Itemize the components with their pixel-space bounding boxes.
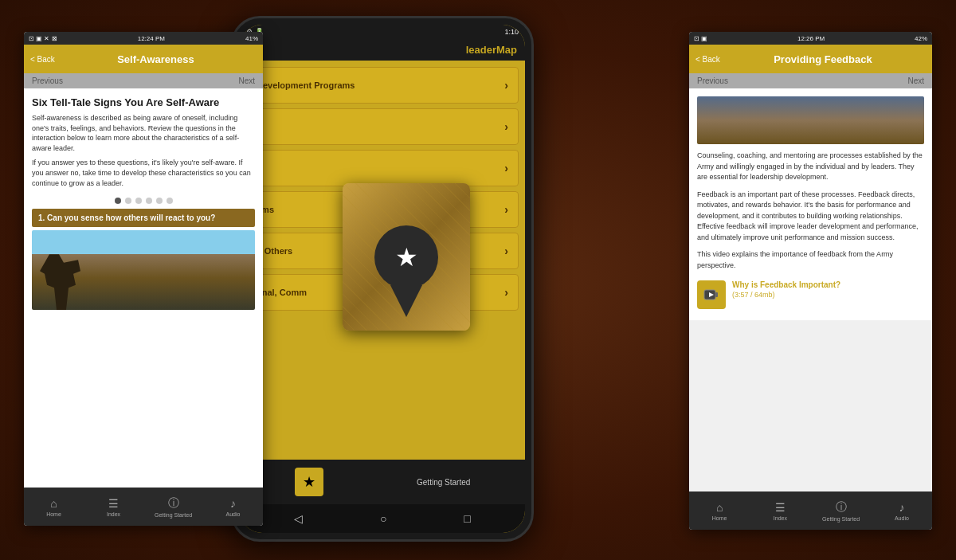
right-battery: 42% [915,35,927,42]
left-previous-label[interactable]: Previous [32,76,63,85]
right-nav-index[interactable]: ☰ Index [750,491,810,530]
left-status-bar: ⊡ ▣ ✕ ⊠ 12:24 PM 41% [24,32,263,45]
right-phone: ⊡ ▣ 12:26 PM 42% < Back Providing Feedba… [689,32,932,530]
menu-item-comm-label: onal, Comm [257,288,307,297]
svg-rect-2 [715,292,718,297]
dot-1 [115,198,121,204]
getting-started-label: Getting Started [417,478,470,487]
pin-star-icon: ★ [395,242,418,272]
left-content-area: Six Tell-Tale Signs You Are Self-Aware S… [24,88,263,488]
left-back-button[interactable]: < Back [30,55,55,64]
left-nav-audio-label: Audio [226,511,241,517]
android-recent-btn[interactable]: □ [464,512,470,525]
center-status-bar: ⚙ 🔋 1:10 [240,25,525,39]
left-nav-getting-started-label: Getting Started [155,512,192,518]
left-nav-home[interactable]: ⌂ Home [24,488,84,526]
right-paragraph3: This video explains the importance of fe… [697,249,924,271]
soldier-image [32,230,255,310]
menu-item-1[interactable]: Development Programs › [246,67,519,104]
pin-icon: ★ [374,225,438,289]
dot-4 [146,198,152,204]
right-status-bar: ⊡ ▣ 12:26 PM 42% [689,32,932,45]
dot-2 [125,198,131,204]
menu-item-3[interactable]: › [246,150,519,186]
left-battery: 41% [245,35,258,42]
android-home-btn[interactable]: ○ [380,512,386,525]
menu-item-3-arrow: › [504,162,508,174]
army-star-logo: ★ [295,468,323,496]
map-icon-overlay: ★ [343,183,470,331]
right-paragraph1: Counseling, coaching, and mentoring are … [697,151,924,183]
right-hero-image [697,96,924,144]
home-icon: ⌂ [50,497,57,510]
right-nav-index-label: Index [774,515,787,521]
menu-item-2[interactable]: › [246,108,519,145]
menu-item-1-arrow: › [504,79,508,92]
right-content-area: Counseling, coaching, and mentoring are … [689,88,932,320]
right-time: 12:26 PM [797,35,825,42]
right-index-icon: ☰ [775,501,786,514]
right-prev-next-bar: Previous Next [689,73,932,88]
right-status-icons: ⊡ ▣ [694,35,707,42]
getting-started-icon: ⓘ [168,496,179,511]
menu-item-develop-arrow: › [504,245,508,257]
right-header: < Back Providing Feedback [689,45,932,73]
center-app-title: leaderMap [466,44,517,56]
dot-5 [156,198,163,204]
left-header: < Back Self-Awareness [24,45,263,73]
right-next-label[interactable]: Next [907,76,924,85]
video-link-info: Why is Feedback Important? (3:57 / 64mb) [732,280,840,299]
left-prev-next-bar: Previous Next [24,73,263,88]
android-back-btn[interactable]: ◁ [294,512,303,525]
left-nav-index-label: Index [107,511,120,517]
left-content-paragraph2: If you answer yes to these questions, it… [32,158,255,188]
left-next-label[interactable]: Next [238,76,255,85]
video-link-box[interactable]: Why is Feedback Important? (3:57 / 64mb) [697,277,924,312]
right-getting-started-icon: ⓘ [836,500,847,515]
audio-icon: ♪ [230,497,236,510]
right-previous-label[interactable]: Previous [697,76,728,85]
menu-item-comm-arrow: › [504,286,508,299]
right-paragraph2: Feedback is an important part of these p… [697,190,924,244]
left-content-title: Six Tell-Tale Signs You Are Self-Aware [32,96,255,108]
pin-head: ★ [374,225,438,289]
right-nav-audio-label: Audio [895,515,909,521]
right-nav-getting-started[interactable]: ⓘ Getting Started [811,491,872,530]
center-lower-nav: ★ Getting Started [240,460,525,504]
center-header: leaderMap [240,39,525,61]
soldier-silhouette [40,254,88,310]
right-bottom-nav: ⌂ Home ☰ Index ⓘ Getting Started ♪ Audio [689,491,932,530]
video-meta: (3:57 / 64mb) [732,291,840,299]
dot-3 [135,198,142,204]
dots-row [32,193,255,209]
left-nav-getting-started[interactable]: ⓘ Getting Started [143,488,203,526]
right-back-label: < Back [695,55,720,64]
right-nav-audio[interactable]: ♪ Audio [872,491,932,530]
right-nav-home[interactable]: ⌂ Home [689,491,750,530]
left-nav-home-label: Home [46,511,61,517]
index-icon: ☰ [108,497,119,510]
right-nav-getting-started-label: Getting Started [822,516,860,522]
left-status-icons: ⊡ ▣ ✕ ⊠ [29,35,57,42]
video-link-title[interactable]: Why is Feedback Important? [732,280,840,289]
menu-item-ams-arrow: › [504,203,508,216]
right-header-title: Providing Feedback [720,53,926,65]
right-nav-home-label: Home [712,515,727,521]
left-header-title: Self-Awareness [55,53,257,65]
left-back-label: < Back [30,55,55,64]
right-back-button[interactable]: < Back [695,55,720,64]
left-phone: ⊡ ▣ ✕ ⊠ 12:24 PM 41% < Back Self-Awarene… [24,32,263,526]
android-nav: ◁ ○ □ [240,504,525,533]
menu-item-2-arrow: › [504,120,508,133]
menu-item-1-label: Development Programs [257,80,355,90]
dot-6 [167,198,173,204]
left-nav-audio[interactable]: ♪ Audio [203,488,263,526]
left-bottom-nav: ⌂ Home ☰ Index ⓘ Getting Started ♪ Audio [24,488,263,526]
left-nav-index[interactable]: ☰ Index [84,488,143,526]
center-time: 1:10 [504,28,519,36]
right-home-icon: ⌂ [716,501,723,514]
right-spacer [689,320,932,491]
video-icon [697,280,726,309]
left-question-box: 1. Can you sense how others will react t… [32,209,255,227]
left-content-paragraph1: Self-awareness is described as being awa… [32,113,255,153]
